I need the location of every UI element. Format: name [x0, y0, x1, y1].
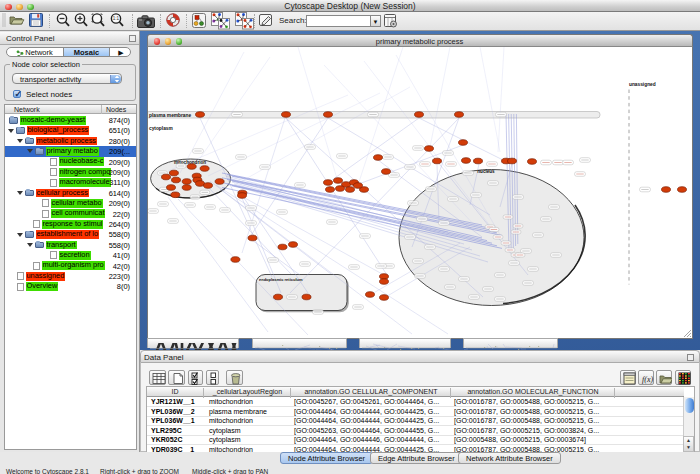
svg-text:1:1: 1:1 — [113, 16, 120, 21]
svg-text:cytoplasm: cytoplasm — [149, 126, 173, 131]
svg-text:plasma membrane: plasma membrane — [149, 113, 191, 118]
svg-text:unassigned: unassigned — [629, 82, 656, 87]
svg-text:nucleus: nucleus — [477, 169, 495, 174]
svg-text:f(x): f(x) — [642, 375, 653, 384]
svg-text:endoplasmic reticulum: endoplasmic reticulum — [259, 277, 303, 282]
